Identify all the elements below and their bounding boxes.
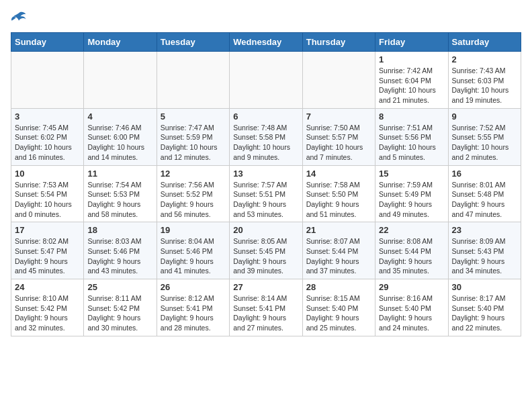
calendar-week-row: 10Sunrise: 7:53 AM Sunset: 5:54 PM Dayli… xyxy=(11,165,521,222)
weekday-header-wednesday: Wednesday xyxy=(230,33,302,52)
day-info: Sunrise: 8:14 AM Sunset: 5:41 PM Dayligh… xyxy=(233,293,298,333)
day-info: Sunrise: 8:03 AM Sunset: 5:46 PM Dayligh… xyxy=(87,236,152,276)
day-info: Sunrise: 7:53 AM Sunset: 5:54 PM Dayligh… xyxy=(15,180,80,220)
calendar-cell: 14Sunrise: 7:58 AM Sunset: 5:50 PM Dayli… xyxy=(302,165,375,222)
logo xyxy=(11,11,30,27)
day-info: Sunrise: 8:08 AM Sunset: 5:44 PM Dayligh… xyxy=(379,236,444,276)
logo-bird-icon xyxy=(11,11,27,24)
day-info: Sunrise: 7:58 AM Sunset: 5:50 PM Dayligh… xyxy=(306,180,371,220)
day-number: 3 xyxy=(15,111,80,122)
day-number: 30 xyxy=(452,282,517,292)
calendar-cell xyxy=(11,52,84,109)
day-number: 19 xyxy=(161,225,226,235)
day-number: 20 xyxy=(233,225,298,235)
calendar-cell xyxy=(84,52,157,109)
weekday-header-sunday: Sunday xyxy=(11,33,84,52)
calendar-cell: 4Sunrise: 7:46 AM Sunset: 6:00 PM Daylig… xyxy=(84,108,157,165)
calendar-cell: 22Sunrise: 8:08 AM Sunset: 5:44 PM Dayli… xyxy=(375,222,448,279)
calendar-cell: 24Sunrise: 8:10 AM Sunset: 5:42 PM Dayli… xyxy=(11,279,84,336)
day-info: Sunrise: 7:56 AM Sunset: 5:52 PM Dayligh… xyxy=(161,180,226,220)
day-info: Sunrise: 7:46 AM Sunset: 6:00 PM Dayligh… xyxy=(87,123,152,163)
day-number: 27 xyxy=(233,282,298,292)
day-info: Sunrise: 8:05 AM Sunset: 5:45 PM Dayligh… xyxy=(233,236,298,276)
calendar-cell: 30Sunrise: 8:17 AM Sunset: 5:40 PM Dayli… xyxy=(448,279,521,336)
day-number: 9 xyxy=(452,111,517,122)
day-info: Sunrise: 8:01 AM Sunset: 5:48 PM Dayligh… xyxy=(452,180,517,220)
calendar-cell: 6Sunrise: 7:48 AM Sunset: 5:58 PM Daylig… xyxy=(230,108,302,165)
day-number: 16 xyxy=(452,169,517,179)
day-info: Sunrise: 7:47 AM Sunset: 5:59 PM Dayligh… xyxy=(161,123,226,163)
page-header xyxy=(11,11,521,27)
day-number: 14 xyxy=(306,169,371,179)
calendar-cell: 11Sunrise: 7:54 AM Sunset: 5:53 PM Dayli… xyxy=(84,165,157,222)
day-number: 11 xyxy=(87,169,152,179)
day-info: Sunrise: 8:15 AM Sunset: 5:40 PM Dayligh… xyxy=(306,293,371,333)
calendar-cell: 23Sunrise: 8:09 AM Sunset: 5:43 PM Dayli… xyxy=(448,222,521,279)
weekday-header-monday: Monday xyxy=(84,33,157,52)
day-info: Sunrise: 7:54 AM Sunset: 5:53 PM Dayligh… xyxy=(87,180,152,220)
day-number: 5 xyxy=(161,111,226,122)
calendar-cell: 21Sunrise: 8:07 AM Sunset: 5:44 PM Dayli… xyxy=(302,222,375,279)
calendar-cell: 1Sunrise: 7:42 AM Sunset: 6:04 PM Daylig… xyxy=(375,52,448,109)
day-info: Sunrise: 7:51 AM Sunset: 5:56 PM Dayligh… xyxy=(379,123,444,163)
day-info: Sunrise: 8:02 AM Sunset: 5:47 PM Dayligh… xyxy=(15,236,80,276)
day-number: 6 xyxy=(233,111,298,122)
calendar-cell: 26Sunrise: 8:12 AM Sunset: 5:41 PM Dayli… xyxy=(157,279,229,336)
calendar-cell: 9Sunrise: 7:52 AM Sunset: 5:55 PM Daylig… xyxy=(448,108,521,165)
weekday-header-saturday: Saturday xyxy=(448,33,521,52)
calendar-week-row: 1Sunrise: 7:42 AM Sunset: 6:04 PM Daylig… xyxy=(11,52,521,109)
day-info: Sunrise: 7:43 AM Sunset: 6:03 PM Dayligh… xyxy=(452,66,517,105)
calendar-week-row: 3Sunrise: 7:45 AM Sunset: 6:02 PM Daylig… xyxy=(11,108,521,165)
calendar-cell: 27Sunrise: 8:14 AM Sunset: 5:41 PM Dayli… xyxy=(230,279,302,336)
calendar-cell: 2Sunrise: 7:43 AM Sunset: 6:03 PM Daylig… xyxy=(448,52,521,109)
day-number: 24 xyxy=(15,282,80,292)
calendar-cell: 7Sunrise: 7:50 AM Sunset: 5:57 PM Daylig… xyxy=(302,108,375,165)
day-info: Sunrise: 7:42 AM Sunset: 6:04 PM Dayligh… xyxy=(379,66,444,105)
day-info: Sunrise: 7:48 AM Sunset: 5:58 PM Dayligh… xyxy=(233,123,298,163)
day-number: 12 xyxy=(161,169,226,179)
calendar-cell: 19Sunrise: 8:04 AM Sunset: 5:46 PM Dayli… xyxy=(157,222,229,279)
day-info: Sunrise: 7:52 AM Sunset: 5:55 PM Dayligh… xyxy=(452,123,517,163)
calendar-cell: 17Sunrise: 8:02 AM Sunset: 5:47 PM Dayli… xyxy=(11,222,84,279)
day-info: Sunrise: 8:16 AM Sunset: 5:40 PM Dayligh… xyxy=(379,293,444,333)
day-number: 18 xyxy=(87,225,152,235)
day-number: 7 xyxy=(306,111,371,122)
day-info: Sunrise: 8:17 AM Sunset: 5:40 PM Dayligh… xyxy=(452,293,517,333)
day-number: 13 xyxy=(233,169,298,179)
day-info: Sunrise: 7:59 AM Sunset: 5:49 PM Dayligh… xyxy=(379,180,444,220)
day-info: Sunrise: 8:10 AM Sunset: 5:42 PM Dayligh… xyxy=(15,293,80,333)
calendar-cell: 13Sunrise: 7:57 AM Sunset: 5:51 PM Dayli… xyxy=(230,165,302,222)
day-number: 21 xyxy=(306,225,371,235)
day-info: Sunrise: 7:50 AM Sunset: 5:57 PM Dayligh… xyxy=(306,123,371,163)
calendar-cell: 20Sunrise: 8:05 AM Sunset: 5:45 PM Dayli… xyxy=(230,222,302,279)
day-number: 15 xyxy=(379,169,444,179)
calendar-cell xyxy=(157,52,229,109)
day-info: Sunrise: 8:12 AM Sunset: 5:41 PM Dayligh… xyxy=(161,293,226,333)
day-number: 10 xyxy=(15,169,80,179)
calendar-cell: 12Sunrise: 7:56 AM Sunset: 5:52 PM Dayli… xyxy=(157,165,229,222)
calendar-cell: 10Sunrise: 7:53 AM Sunset: 5:54 PM Dayli… xyxy=(11,165,84,222)
calendar-cell: 18Sunrise: 8:03 AM Sunset: 5:46 PM Dayli… xyxy=(84,222,157,279)
day-number: 29 xyxy=(379,282,444,292)
calendar-cell: 25Sunrise: 8:11 AM Sunset: 5:42 PM Dayli… xyxy=(84,279,157,336)
day-info: Sunrise: 8:04 AM Sunset: 5:46 PM Dayligh… xyxy=(161,236,226,276)
day-number: 22 xyxy=(379,225,444,235)
calendar-table: SundayMondayTuesdayWednesdayThursdayFrid… xyxy=(11,32,521,336)
calendar-cell: 15Sunrise: 7:59 AM Sunset: 5:49 PM Dayli… xyxy=(375,165,448,222)
calendar-week-row: 17Sunrise: 8:02 AM Sunset: 5:47 PM Dayli… xyxy=(11,222,521,279)
day-number: 8 xyxy=(379,111,444,122)
calendar-cell xyxy=(302,52,375,109)
calendar-week-row: 24Sunrise: 8:10 AM Sunset: 5:42 PM Dayli… xyxy=(11,279,521,336)
calendar-cell: 3Sunrise: 7:45 AM Sunset: 6:02 PM Daylig… xyxy=(11,108,84,165)
weekday-header-tuesday: Tuesday xyxy=(157,33,229,52)
day-number: 28 xyxy=(306,282,371,292)
day-number: 17 xyxy=(15,225,80,235)
calendar-cell: 28Sunrise: 8:15 AM Sunset: 5:40 PM Dayli… xyxy=(302,279,375,336)
calendar-header-row: SundayMondayTuesdayWednesdayThursdayFrid… xyxy=(11,33,521,52)
day-number: 4 xyxy=(87,111,152,122)
day-info: Sunrise: 8:11 AM Sunset: 5:42 PM Dayligh… xyxy=(87,293,152,333)
day-info: Sunrise: 8:07 AM Sunset: 5:44 PM Dayligh… xyxy=(306,236,371,276)
calendar-cell: 16Sunrise: 8:01 AM Sunset: 5:48 PM Dayli… xyxy=(448,165,521,222)
day-info: Sunrise: 8:09 AM Sunset: 5:43 PM Dayligh… xyxy=(452,236,517,276)
day-info: Sunrise: 7:45 AM Sunset: 6:02 PM Dayligh… xyxy=(15,123,80,163)
